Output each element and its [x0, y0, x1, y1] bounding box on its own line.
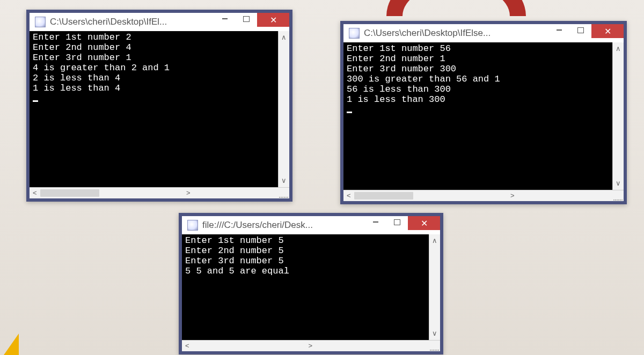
console-window-3: file:///C:/Users/cheri/Desk... ✕ Enter 1… [179, 213, 443, 354]
window-title: C:\Users\cheri\Desktop\IfElse... [364, 28, 548, 39]
scroll-up-icon[interactable]: ∧ [616, 42, 621, 55]
window-title: file:///C:/Users/cheri/Desk... [202, 220, 365, 231]
app-icon [349, 28, 360, 39]
app-icon [187, 220, 198, 231]
close-button[interactable]: ✕ [408, 216, 440, 230]
scroll-thumb[interactable] [354, 192, 413, 199]
window-controls: ✕ [548, 24, 624, 42]
horizontal-scrollbar[interactable]: < > [30, 187, 289, 198]
console-output: Enter 1st number 2 Enter 2nd number 4 En… [30, 31, 278, 187]
scroll-left-icon[interactable]: < [30, 188, 40, 198]
minimize-button[interactable] [214, 13, 236, 25]
titlebar[interactable]: C:\Users\cheri\Desktop\IfEl... ✕ [30, 13, 289, 31]
scroll-right-icon[interactable]: > [183, 188, 194, 198]
resize-grip[interactable] [612, 190, 624, 202]
console-window-1: C:\Users\cheri\Desktop\IfEl... ✕ Enter 1… [26, 10, 292, 202]
minimize-button[interactable] [365, 216, 386, 228]
scroll-up-icon[interactable]: ∧ [432, 234, 437, 247]
titlebar[interactable]: file:///C:/Users/cheri/Desk... ✕ [182, 216, 440, 234]
resize-grip[interactable] [428, 340, 440, 352]
vertical-scrollbar[interactable]: ∧ ∨ [278, 31, 289, 187]
minimize-button[interactable] [548, 24, 570, 36]
scroll-right-icon[interactable]: > [507, 190, 518, 201]
maximize-button[interactable] [236, 13, 257, 25]
window-controls: ✕ [365, 216, 440, 234]
vertical-scrollbar[interactable]: ∧ ∨ [429, 234, 440, 340]
window-controls: ✕ [214, 13, 289, 31]
close-button[interactable]: ✕ [591, 24, 624, 38]
maximize-button[interactable] [570, 24, 591, 36]
scroll-thumb[interactable] [40, 189, 99, 197]
presentation-slide: C:\Users\cheri\Desktop\IfEl... ✕ Enter 1… [0, 0, 644, 355]
app-icon [35, 17, 46, 27]
titlebar[interactable]: C:\Users\cheri\Desktop\IfElse... ✕ [343, 24, 624, 42]
text-cursor [33, 100, 38, 102]
horizontal-scrollbar[interactable]: < > [182, 340, 440, 351]
scroll-up-icon[interactable]: ∧ [281, 31, 287, 44]
decorative-triangle [0, 334, 19, 355]
vertical-scrollbar[interactable]: ∧ ∨ [612, 42, 624, 190]
window-title: C:\Users\cheri\Desktop\IfEl... [50, 17, 214, 27]
horizontal-scrollbar[interactable]: < > [343, 190, 624, 201]
text-cursor [347, 112, 352, 113]
scroll-left-icon[interactable]: < [343, 190, 354, 201]
scroll-down-icon[interactable]: ∨ [616, 177, 621, 190]
scroll-left-icon[interactable]: < [182, 341, 193, 351]
console-output: Enter 1st number 5 Enter 2nd number 5 En… [182, 234, 429, 340]
scroll-down-icon[interactable]: ∨ [281, 174, 287, 187]
resize-grip[interactable] [277, 187, 289, 199]
console-output: Enter 1st number 56 Enter 2nd number 1 E… [343, 42, 612, 190]
scroll-right-icon[interactable]: > [305, 341, 316, 351]
console-window-2: C:\Users\cheri\Desktop\IfElse... ✕ Enter… [340, 21, 627, 204]
scroll-down-icon[interactable]: ∨ [432, 327, 437, 340]
close-button[interactable]: ✕ [257, 13, 289, 27]
maximize-button[interactable] [386, 216, 408, 228]
